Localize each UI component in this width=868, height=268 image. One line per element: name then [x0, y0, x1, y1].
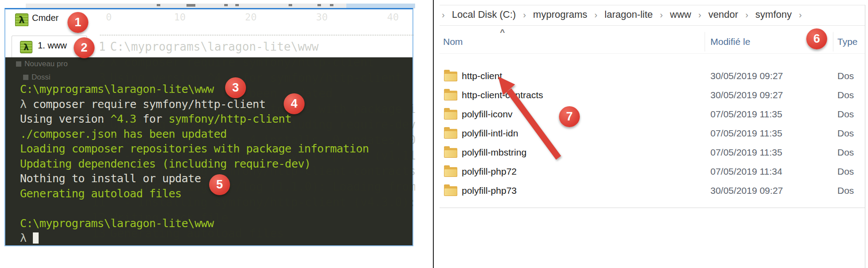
ghost-tick-row [100, 35, 413, 36]
terminal-line: Updating dependencies (including require… [20, 156, 412, 172]
breadcrumb-item[interactable]: symfony [755, 9, 792, 20]
folder-icon [444, 129, 457, 139]
tab-label: 1. www [38, 40, 67, 51]
folder-icon [444, 167, 457, 177]
annotation-badge-6: 6 [806, 28, 827, 49]
column-separator[interactable] [833, 32, 833, 52]
annotation-badge-3: 3 [225, 77, 246, 98]
sort-ascending-icon[interactable]: ^ [500, 28, 505, 37]
folder-icon [444, 91, 457, 100]
annotation-badge-4: 4 [284, 93, 305, 114]
file-modified-date: 30/05/2019 09:27 [710, 71, 783, 81]
annotation-badge-7: 7 [559, 106, 580, 127]
folder-icon [444, 186, 457, 196]
breadcrumb-chevron-icon[interactable]: › [523, 10, 526, 20]
header-bottom-border [440, 53, 865, 54]
terminal-line: ./composer.json has been updated [20, 127, 412, 142]
terminal-line: C:\myprograms\laragon-lite\www [20, 82, 412, 97]
folder-icon [444, 110, 457, 120]
breadcrumb-chevron-icon[interactable]: › [442, 10, 445, 20]
cmder-window: λ Cmder λ 1. www C:\myprograms\laragon-l… [4, 8, 413, 246]
terminal-console[interactable]: C:\myprograms\laragon-lite\wwwλ composer… [5, 57, 412, 245]
explorer-top-border [440, 5, 865, 5]
breadcrumb-chevron-icon[interactable]: › [595, 10, 598, 20]
file-type: Dos [837, 90, 865, 100]
breadcrumb-chevron-icon[interactable]: › [745, 10, 749, 20]
file-type: Dos [837, 71, 865, 81]
ghost-scroll-segment [346, 4, 415, 8]
terminal-cursor [33, 232, 39, 244]
file-name[interactable]: polyfill-php73 [462, 185, 517, 196]
terminal-line [20, 201, 412, 216]
column-header-type[interactable]: Type [837, 36, 864, 47]
composite-divider [433, 0, 434, 268]
file-type: Dos [837, 109, 865, 120]
column-header-modified[interactable]: Modifié le [710, 36, 750, 47]
breadcrumb-bottom-border [440, 25, 865, 26]
breadcrumb-item[interactable]: vendor [708, 9, 738, 20]
file-modified-date: 07/05/2019 11:35 [710, 109, 782, 120]
cmder-lambda-icon: λ [15, 13, 28, 27]
file-modified-date: 30/05/2019 09:27 [710, 185, 783, 196]
cmder-titlebar[interactable]: λ Cmder [5, 9, 412, 26]
file-modified-date: 07/05/2019 11:34 [710, 166, 782, 177]
breadcrumb-item[interactable]: laragon-lite [605, 9, 653, 20]
annotation-badge-1: 1 [67, 12, 88, 33]
column-separator[interactable] [705, 32, 705, 52]
tab-lambda-icon: λ [20, 41, 32, 53]
folder-icon [444, 148, 457, 158]
window-title: Cmder [32, 13, 59, 23]
breadcrumb-chevron-icon[interactable]: › [698, 10, 702, 20]
file-modified-date: 07/05/2019 11:35 [710, 147, 782, 158]
terminal-line: Loading composer repositories with packa… [20, 141, 412, 156]
terminal-line: Using version ^4.3 for symfony/http-clie… [20, 112, 412, 127]
column-header-name[interactable]: Nom [443, 36, 463, 47]
screenshot-root: λ Cmder λ 1. www C:\myprograms\laragon-l… [0, 0, 868, 268]
file-modified-date: 30/05/2019 09:27 [710, 90, 783, 100]
breadcrumb-chevron-icon[interactable]: › [660, 10, 663, 20]
annotation-badge-5: 5 [209, 174, 230, 195]
file-type: Dos [837, 166, 865, 177]
list-bottom-border [440, 208, 865, 208]
breadcrumb-chevron-icon[interactable]: › [799, 10, 802, 20]
terminal-line: C:\myprograms\laragon-lite\www [20, 216, 412, 231]
terminal-line: λ [20, 231, 412, 245]
breadcrumb-item[interactable]: Local Disk (C:) [452, 9, 516, 20]
file-type: Dos [837, 147, 865, 158]
breadcrumb-item[interactable]: www [670, 9, 691, 20]
file-type: Dos [837, 128, 865, 139]
panel-right-border [865, 5, 865, 268]
breadcrumb-item[interactable]: myprograms [533, 9, 587, 20]
file-type: Dos [837, 185, 865, 196]
cmder-tab-bar: λ 1. www [5, 26, 412, 57]
terminal-line: λ composer require symfony/http-client [20, 97, 412, 112]
file-modified-date: 07/05/2019 11:35 [710, 128, 782, 139]
annotation-badge-2: 2 [74, 37, 95, 58]
breadcrumb: ›Local Disk (C:)›myprograms›laragon-lite… [442, 8, 802, 21]
folder-icon [444, 72, 457, 81]
